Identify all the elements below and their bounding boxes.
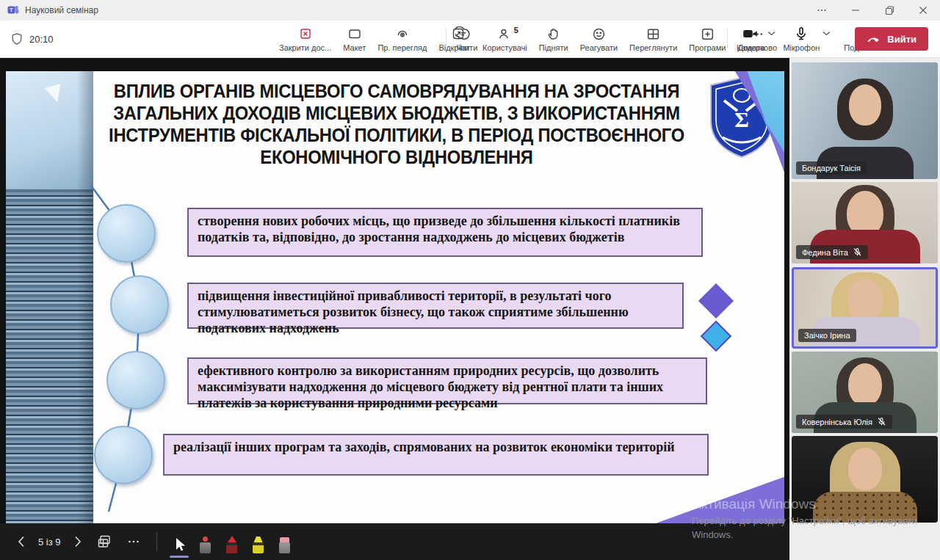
decor-mid-right <box>698 283 736 368</box>
bullet-circle-2 <box>110 275 169 334</box>
decor-bottom-right <box>656 470 784 523</box>
react-icon <box>591 25 607 43</box>
bullet-circle-1 <box>97 204 156 263</box>
coins-photo <box>6 71 93 523</box>
mic-button[interactable]: Мікрофон <box>777 21 825 52</box>
toolbar-divider <box>446 28 446 48</box>
chat-icon <box>455 25 471 43</box>
participant-tile-4[interactable]: Ковернінська Юлія <box>792 352 938 433</box>
slide: ВПЛИВ ОРГАНІВ МІСЦЕВОГО САМОВРЯДУВАННЯ Н… <box>6 71 784 523</box>
participant-name-label: Бондарук Таісія <box>796 161 867 175</box>
leave-button[interactable]: Вийти <box>855 27 928 51</box>
slide-title: ВПЛИВ ОРГАНІВ МІСЦЕВОГО САМОВРЯДУВАННЯ Н… <box>108 80 686 168</box>
participants-sidebar: Бондарук Таісія Федина Віта Заічко Ірина <box>789 58 940 560</box>
layout-icon <box>347 25 362 43</box>
participant-name-label: Федина Віта <box>796 245 868 259</box>
bullet-box-1: створення нових робочих місць, що призве… <box>187 208 703 257</box>
next-slide-button[interactable] <box>68 530 87 553</box>
meeting-timer: 20:10 <box>29 34 54 45</box>
presentation-stage: ВПЛИВ ОРГАНІВ МІСЦЕВОГО САМОВРЯДУВАННЯ Н… <box>0 58 789 560</box>
laser-pointer-tool[interactable] <box>195 527 217 556</box>
mic-icon <box>793 25 809 43</box>
participants-count-badge: 5 <box>514 26 518 34</box>
highlighter-icon <box>253 537 264 553</box>
mic-muted-icon <box>877 417 886 426</box>
participant-tile-5[interactable] <box>792 436 938 523</box>
laser-pointer-icon <box>200 537 211 553</box>
pen-tool[interactable] <box>221 527 243 556</box>
bullet-circle-4 <box>94 426 153 484</box>
camera-icon <box>742 25 759 43</box>
camera-button[interactable]: Камера <box>731 21 770 52</box>
window-title: Науковий семінар <box>25 5 98 15</box>
participant-tile-3-active-speaker[interactable]: Заічко Ірина <box>792 267 938 349</box>
eraser-tool[interactable] <box>274 527 296 556</box>
toolbar-divider-right <box>727 28 728 48</box>
presenter-bottom-bar: 5 із 9 <box>0 523 789 560</box>
close-content-button[interactable]: Закрити дос... <box>273 21 337 52</box>
participants-icon: 5 <box>497 25 513 43</box>
bullet-circle-3 <box>106 351 165 410</box>
private-view-icon <box>395 25 410 43</box>
svg-text:T: T <box>10 7 13 13</box>
raise-hand-icon <box>546 25 561 43</box>
participants-button[interactable]: 5 Користувачі <box>477 21 533 52</box>
teams-meeting-window: T Науковий семінар 20:10 <box>0 0 940 560</box>
participant-tile-2[interactable]: Федина Віта <box>792 182 938 263</box>
close-button[interactable] <box>906 0 940 21</box>
participant-name-label: Ковернінська Юлія <box>796 415 892 429</box>
teams-app-icon: T <box>7 4 19 16</box>
bottom-more-button[interactable] <box>121 530 146 553</box>
minimize-button[interactable] <box>839 0 872 21</box>
previous-slide-button[interactable] <box>12 530 31 553</box>
apps-icon <box>700 25 715 43</box>
raise-hand-button[interactable]: Підняти <box>533 21 574 52</box>
maximize-button[interactable] <box>872 0 906 21</box>
layout-button[interactable]: Макет <box>337 21 372 52</box>
mic-muted-icon <box>853 247 862 257</box>
mic-dropdown-chevron[interactable] <box>822 31 831 36</box>
titlebar-more-button[interactable] <box>805 0 839 21</box>
view-icon <box>646 25 661 43</box>
private-view-button[interactable]: Пр. перегляд <box>372 21 433 52</box>
participant-name-label: Заічко Ірина <box>798 329 856 342</box>
slide-position: 5 із 9 <box>38 537 61 548</box>
slide-grid-button[interactable] <box>92 530 117 553</box>
react-button[interactable]: Реагувати <box>574 21 623 52</box>
decor-top-right <box>696 71 784 181</box>
participant-tile-1[interactable]: Бондарук Таісія <box>792 62 938 179</box>
pointer-tool[interactable] <box>168 527 190 556</box>
shield-icon <box>10 32 24 46</box>
titlebar: T Науковий семінар <box>0 0 940 21</box>
bullet-box-2: підвищення інвестиційної привабливості т… <box>187 283 684 329</box>
cursor-icon <box>171 536 187 553</box>
bottom-bar-divider <box>156 532 157 551</box>
close-content-icon <box>298 25 313 43</box>
highlighter-tool[interactable] <box>247 527 270 556</box>
view-button[interactable]: Переглянути <box>623 21 683 52</box>
bullet-box-3: ефективного контролю за використанням пр… <box>187 357 707 404</box>
hangup-icon <box>867 32 881 46</box>
chat-button[interactable]: Чат <box>449 21 477 52</box>
bullet-box-4: реалізації інших програм та заходів, спр… <box>163 434 709 476</box>
eraser-icon <box>279 537 290 553</box>
meeting-toolbar: 20:10 Закрити дос... Макет <box>0 21 940 58</box>
pen-icon <box>226 536 237 553</box>
camera-dropdown-chevron[interactable] <box>767 31 776 36</box>
